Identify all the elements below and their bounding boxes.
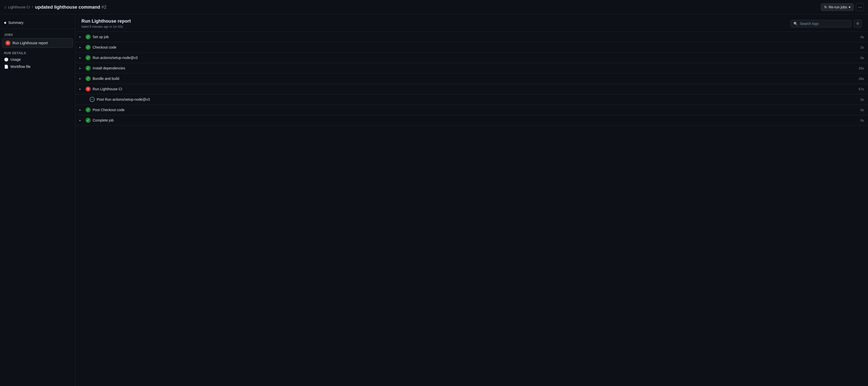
log-settings-button[interactable]: ⚙: [854, 20, 862, 28]
step-skipped-icon: ―: [90, 97, 95, 102]
header-actions: ↻ Re-run jobs ▾ ⋯: [821, 3, 864, 11]
step-name: Run actions/setup-node@v3: [93, 56, 852, 60]
rerun-jobs-button[interactable]: ↻ Re-run jobs ▾: [821, 3, 854, 11]
breadcrumb-link[interactable]: ⌂ Lighthouse CI: [4, 5, 30, 9]
chevron-right-icon: ▸: [80, 66, 84, 70]
step-duration: 0s: [854, 35, 864, 39]
step-duration: 0s: [854, 118, 864, 122]
step-name: Post Run actions/setup-node@v3: [97, 97, 852, 101]
rerun-label: Re-run jobs: [829, 5, 847, 9]
app-container: ⌂ Lighthouse CI / updated lighthouse com…: [0, 0, 868, 386]
step-duration: 0s: [854, 108, 864, 112]
step-name: Post Checkout code: [93, 108, 852, 112]
step-duration: 0s: [854, 56, 864, 60]
search-logs-input[interactable]: [800, 22, 849, 26]
home-icon: ⌂: [4, 5, 7, 9]
sidebar-divider: [0, 29, 75, 29]
page-title: updated lighthouse command #2: [35, 5, 106, 10]
summary-icon: ■: [4, 21, 6, 25]
settings-icon: ⚙: [856, 22, 859, 26]
step-failed-icon: ✕: [86, 86, 91, 92]
step-name: Bundle and build: [93, 76, 852, 81]
step-name: Complete job: [93, 118, 852, 122]
job-header-right: 🔍 ⚙: [790, 20, 862, 28]
table-row[interactable]: ▸ ✓ Install dependencies 25s: [75, 63, 868, 73]
steps-list: ▸ ✓ Set up job 0s ▸ ✓ Checkout code 2s ▸…: [75, 32, 868, 126]
step-duration: 25s: [854, 66, 864, 70]
search-input-wrapper: 🔍: [790, 20, 852, 28]
pr-number: #2: [101, 5, 106, 10]
step-duration: 26s: [854, 77, 864, 81]
sidebar-job-item[interactable]: ✕ Run Lighthouse report: [2, 38, 73, 48]
usage-label: Usage: [10, 58, 21, 62]
chevron-right-icon: ▸: [80, 108, 84, 112]
table-row[interactable]: ▸ ✓ Complete job 0s: [75, 115, 868, 126]
table-row[interactable]: ▸ ✓ Set up job 0s: [75, 32, 868, 42]
content-area: Run Lighthouse report failed 8 minutes a…: [75, 14, 868, 386]
chevron-right-icon: ▸: [80, 35, 84, 39]
job-header: Run Lighthouse report failed 8 minutes a…: [75, 14, 868, 32]
chevron-right-icon: ▸: [80, 87, 84, 91]
step-success-icon: ✓: [86, 76, 91, 81]
usage-icon: 🕐: [4, 58, 8, 62]
breadcrumb-text: Lighthouse CI: [8, 5, 30, 9]
sidebar-summary-link[interactable]: ■ Summary: [0, 19, 75, 27]
workflow-file-icon: 📄: [4, 65, 8, 69]
run-details-label: Run details: [0, 48, 75, 56]
table-row[interactable]: ▸ ✓ Run actions/setup-node@v3 0s: [75, 52, 868, 63]
dropdown-icon: ▾: [849, 5, 850, 9]
header: ⌂ Lighthouse CI / updated lighthouse com…: [0, 0, 868, 14]
chevron-right-icon: ▸: [80, 56, 84, 60]
table-row[interactable]: ▸ ✓ Post Checkout code 0s: [75, 105, 868, 115]
step-duration: 57s: [854, 87, 864, 91]
breadcrumb-separator: /: [32, 5, 33, 9]
job-status-text: failed 8 minutes ago in 1m 52s: [82, 25, 131, 29]
table-row[interactable]: ▸ ✕ Run Lighthouse CI 57s: [75, 84, 868, 94]
job-header-left: Run Lighthouse report failed 8 minutes a…: [82, 19, 131, 29]
more-options-button[interactable]: ⋯: [856, 3, 864, 11]
chevron-right-icon: ▸: [80, 45, 84, 49]
step-name: Checkout code: [93, 45, 852, 49]
workflow-file-label: Workflow file: [10, 65, 31, 69]
more-icon: ⋯: [858, 5, 862, 10]
main-layout: ■ Summary Jobs ✕ Run Lighthouse report R…: [0, 14, 868, 386]
sidebar: ■ Summary Jobs ✕ Run Lighthouse report R…: [0, 14, 75, 386]
sidebar-job-label: Run Lighthouse report: [12, 41, 48, 45]
search-icon: 🔍: [794, 22, 798, 26]
sidebar-summary-label: Summary: [8, 21, 23, 25]
table-row[interactable]: ― Post Run actions/setup-node@v3 0s: [75, 94, 868, 105]
step-success-icon: ✓: [86, 45, 91, 50]
step-name: Install dependencies: [93, 66, 852, 70]
step-name: Run Lighthouse CI: [93, 87, 852, 91]
step-duration: 0s: [854, 98, 864, 101]
step-name: Set up job: [93, 35, 852, 39]
rerun-icon: ↻: [824, 5, 827, 9]
step-success-icon: ✓: [86, 55, 91, 60]
step-success-icon: ✓: [86, 107, 91, 112]
job-title: Run Lighthouse report: [82, 19, 131, 24]
step-success-icon: ✓: [86, 118, 91, 123]
table-row[interactable]: ▸ ✓ Checkout code 2s: [75, 42, 868, 52]
jobs-section-label: Jobs: [0, 31, 75, 38]
step-success-icon: ✓: [86, 34, 91, 39]
step-duration: 2s: [854, 45, 864, 49]
job-failed-icon: ✕: [5, 40, 10, 45]
sidebar-workflow-file-link[interactable]: 📄 Workflow file: [0, 63, 75, 70]
table-row[interactable]: ▸ ✓ Bundle and build 26s: [75, 73, 868, 84]
header-left: ⌂ Lighthouse CI / updated lighthouse com…: [4, 5, 106, 10]
chevron-right-icon: ▸: [80, 77, 84, 80]
sidebar-usage-link[interactable]: 🕐 Usage: [0, 56, 75, 63]
step-success-icon: ✓: [86, 66, 91, 71]
chevron-right-icon: ▸: [80, 118, 84, 122]
